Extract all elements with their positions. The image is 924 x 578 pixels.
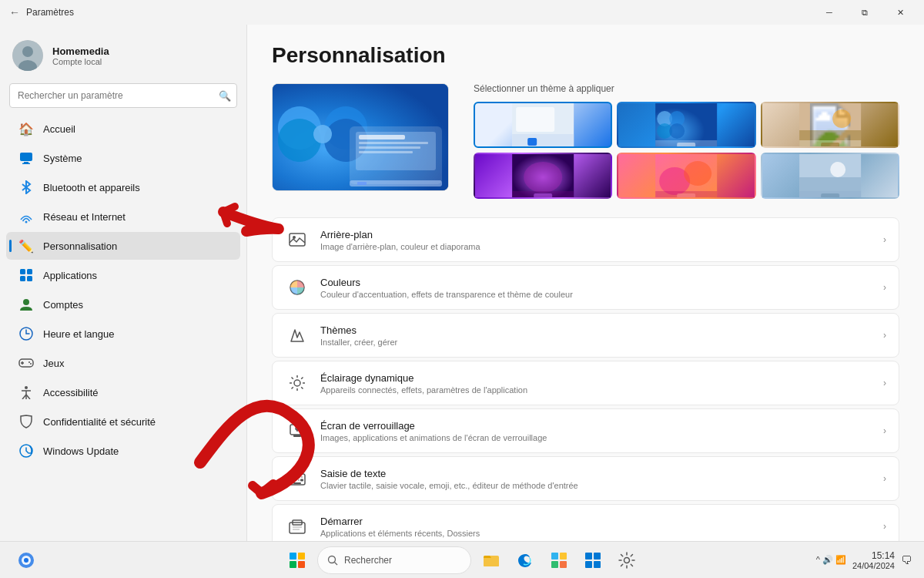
verrouillage-icon [285,418,310,443]
clock: 15:14 [852,550,895,561]
title-bar-controls: ─ ⧉ ✕ [812,0,918,25]
notification-icon[interactable]: 🗨 [901,554,912,566]
svg-rect-109 [298,553,305,560]
sidebar-item-personnalisation[interactable]: ✏️ Personnalisation [6,232,240,260]
user-account: Compte local [52,57,109,66]
taskbar-search[interactable]: Rechercher [317,546,471,574]
theme-thumb-3[interactable] [761,102,899,148]
svg-line-81 [292,387,293,388]
taskbar-explorer-icon[interactable] [477,546,505,574]
sidebar-item-confidentialite[interactable]: Confidentialité et sécurité [6,408,240,435]
svg-point-57 [524,162,562,193]
back-icon[interactable]: ← [9,6,20,18]
taskbar-search-label: Rechercher [344,555,392,566]
settings-item-title: Thèmes [320,324,877,336]
taskbar-store-icon[interactable] [545,546,573,574]
settings-item-text: Éclairage dynamique Appareils connectés,… [320,372,877,395]
theme-thumb-2[interactable] [617,102,755,148]
theme-thumb-5[interactable] [617,153,755,199]
sidebar-item-label: Système [43,153,82,164]
svg-rect-117 [560,553,567,560]
privacy-icon [18,414,34,429]
svg-rect-55 [821,143,839,147]
arriere-plan-icon [285,227,310,252]
time-block[interactable]: 15:14 24/04/2024 [852,550,895,570]
chevron-right-icon: › [883,425,886,436]
sidebar-item-accessibilite[interactable]: Accessibilité [6,378,240,406]
settings-item-themes[interactable]: Thèmes Installer, créer, gérer › [272,313,899,358]
svg-point-107 [24,558,28,563]
user-profile[interactable]: Homemedia Compte local [0,31,246,83]
settings-item-couleurs[interactable]: Couleurs Couleur d'accentuation, effets … [272,265,899,310]
window-title: Paramètres [26,7,74,18]
settings-item-saisie[interactable]: Saisie de texte Clavier tactile, saisie … [272,456,899,501]
avatar [12,40,43,71]
close-button[interactable]: ✕ [882,0,918,25]
settings-item-title: Couleurs [320,277,877,288]
sidebar-item-comptes[interactable]: Comptes [6,291,240,318]
active-indicator [9,240,12,252]
search-input[interactable] [9,83,237,108]
svg-rect-59 [534,193,552,198]
theme-section: Sélectionner un thème à appliquer [272,83,899,199]
date: 24/04/2024 [852,561,895,570]
taskbar-edge-icon[interactable] [511,546,539,574]
accessibility-icon [18,385,34,400]
taskbar-settings-quick-icon[interactable] [579,546,607,574]
title-bar: ← Paramètres ─ ⧉ ✕ [0,0,924,25]
theme-preview [272,83,449,191]
svg-rect-33 [359,142,428,144]
sidebar-item-windowsupdate[interactable]: Windows Update [6,437,240,465]
settings-item-text: Arrière-plan Image d'arrière-plan, coule… [320,229,877,251]
sidebar-item-systeme[interactable]: Système [6,144,240,172]
theme-thumb-6[interactable] [761,153,899,199]
sidebar-item-reseau[interactable]: Réseau et Internet [6,203,240,230]
sidebar-item-accueil[interactable]: 🏠 Accueil [6,115,240,143]
settings-item-desc: Appareils connectés, effets, paramètres … [320,385,877,395]
svg-rect-10 [27,276,32,281]
svg-point-124 [624,557,630,563]
minimize-button[interactable]: ─ [812,0,847,25]
settings-item-verrouillage[interactable]: Écran de verrouillage Images, applicatio… [272,408,899,453]
sidebar-item-label: Personnalisation [43,240,117,252]
svg-rect-119 [560,561,567,568]
svg-point-46 [669,123,685,139]
settings-item-title: Éclairage dynamique [320,372,877,384]
sidebar-item-heure[interactable]: Heure et langue [6,320,240,348]
cortana-icon[interactable] [12,546,40,574]
windows-update-icon [18,443,34,459]
accounts-icon [18,297,34,312]
svg-rect-3 [20,153,32,161]
taskbar-settings-icon[interactable] [613,546,641,574]
restore-button[interactable]: ⧉ [847,0,882,25]
settings-item-desc: Clavier tactile, saisie vocale, emoji, e… [320,481,877,490]
sidebar-item-applications[interactable]: Applications [6,261,240,289]
settings-item-arriere-plan[interactable]: Arrière-plan Image d'arrière-plan, coule… [272,217,899,262]
sidebar-item-label: Heure et langue [43,328,115,340]
svg-line-80 [301,378,303,379]
svg-rect-8 [27,269,32,274]
chevron-right-icon: › [883,521,886,532]
theme-thumb-4[interactable] [474,153,612,199]
time-icon [18,326,34,341]
settings-item-title: Écran de verrouillage [320,420,877,432]
settings-item-text: Thèmes Installer, créer, gérer [320,324,877,347]
eclairage-icon [285,371,310,395]
start-button[interactable] [283,546,311,574]
settings-item-eclairage[interactable]: Éclairage dynamique Appareils connectés,… [272,361,899,405]
svg-rect-32 [359,135,405,139]
sidebar-item-jeux[interactable]: Jeux [6,349,240,377]
sidebar-item-bluetooth[interactable]: Bluetooth et appareils [6,173,240,201]
svg-point-16 [28,361,30,363]
saisie-icon [285,466,310,491]
svg-rect-118 [551,561,558,568]
settings-item-demarrer[interactable]: Démarrer Applications et éléments récent… [272,504,899,541]
taskbar-right: ^ 🔊 📶 15:14 24/04/2024 🗨 [816,550,912,570]
chevron-right-icon: › [883,330,886,341]
svg-rect-5 [22,163,30,165]
theme-thumb-1[interactable] [474,102,612,148]
svg-rect-111 [298,561,305,568]
settings-item-desc: Installer, créer, gérer [320,338,877,347]
settings-item-title: Démarrer [320,516,877,527]
svg-rect-48 [677,143,695,147]
